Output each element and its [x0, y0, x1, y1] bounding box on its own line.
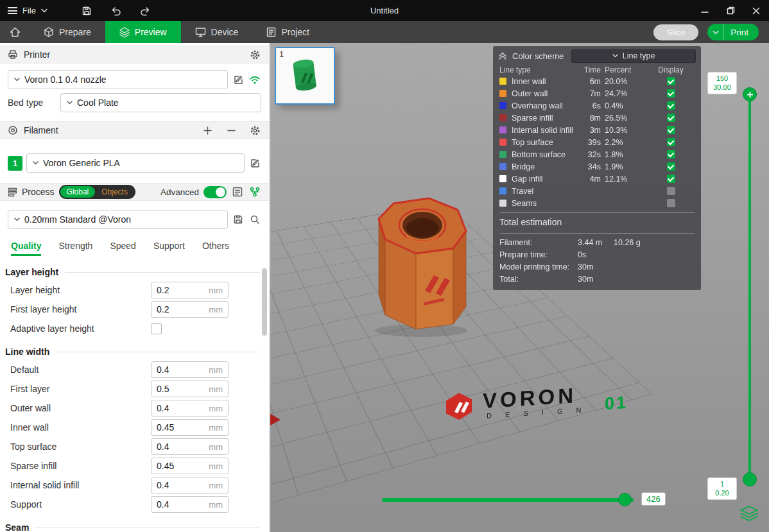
- color-scheme-select[interactable]: Line type: [571, 49, 696, 63]
- bed-type-select[interactable]: Cool Plate: [60, 93, 261, 112]
- tab-preview[interactable]: Preview: [105, 21, 181, 43]
- process-tab-support[interactable]: Support: [153, 241, 185, 256]
- tab-project[interactable]: Project: [252, 21, 324, 43]
- display-checkbox[interactable]: [667, 114, 675, 122]
- scope-global[interactable]: Global: [60, 186, 96, 198]
- line-width-first-layer-input[interactable]: [157, 384, 203, 394]
- process-tab-quality[interactable]: Quality: [11, 241, 41, 256]
- divider: [499, 233, 695, 234]
- line-width-outer-wall-input[interactable]: [157, 403, 203, 413]
- sliced-model[interactable]: [371, 196, 477, 338]
- line-type-time: 32s: [576, 150, 601, 159]
- line-type-time: 8m: [576, 114, 601, 123]
- parameter-tree-button[interactable]: [248, 185, 261, 198]
- line-type-label: Inner wall: [512, 77, 546, 86]
- layer-slider-top-handle[interactable]: [743, 87, 757, 101]
- layer-slider-track[interactable]: [748, 96, 751, 480]
- edit-printer-button[interactable]: [232, 73, 245, 86]
- display-checkbox[interactable]: [667, 187, 675, 195]
- step-slider-handle[interactable]: [618, 493, 632, 506]
- display-checkbox[interactable]: [667, 199, 675, 207]
- file-menu-button[interactable]: File: [0, 0, 55, 21]
- layer-slider-bottom-handle[interactable]: [743, 472, 757, 486]
- filament-settings-button[interactable]: [248, 124, 261, 137]
- process-preset-select[interactable]: 0.20mm Standard @Voron: [8, 210, 228, 229]
- param-input-box: mm: [151, 458, 229, 474]
- line-type-label: Travel: [512, 187, 533, 196]
- home-button[interactable]: [0, 21, 30, 43]
- parameter-list-button[interactable]: [231, 185, 244, 198]
- search-preset-button[interactable]: [248, 213, 261, 226]
- redo-button[interactable]: [137, 3, 154, 19]
- save-preset-button[interactable]: [232, 213, 245, 226]
- bed-type-row: Bed type Cool Plate: [8, 93, 261, 112]
- thumbnail-model-icon: [276, 48, 334, 102]
- param-unit: mm: [209, 384, 223, 394]
- display-checkbox[interactable]: [667, 162, 675, 171]
- tab-prepare[interactable]: Prepare: [30, 21, 105, 43]
- layer-height-input[interactable]: [157, 285, 203, 295]
- printer-preset-select[interactable]: Voron 0.1 0.4 nozzle: [8, 70, 228, 89]
- display-checkbox[interactable]: [667, 150, 675, 159]
- line-width-inner-wall-input[interactable]: [157, 422, 203, 433]
- line-width-sparse-infill-input[interactable]: [157, 461, 203, 471]
- add-filament-button[interactable]: [201, 124, 214, 137]
- param-row: Internal solid infill mm: [0, 476, 269, 495]
- line-type-label: Top surface: [512, 138, 553, 147]
- display-checkbox[interactable]: [667, 175, 675, 183]
- filament-preset-select[interactable]: Voron Generic PLA: [26, 153, 245, 173]
- scope-objects[interactable]: Objects: [95, 186, 134, 198]
- line-width-support-input[interactable]: [157, 499, 203, 510]
- plate-thumbnail[interactable]: 1: [275, 47, 335, 105]
- process-tab-speed[interactable]: Speed: [110, 241, 135, 256]
- first-layer-height-input[interactable]: [157, 304, 203, 314]
- display-checkbox[interactable]: [667, 138, 675, 146]
- sidebar-scrollbar[interactable]: [262, 268, 267, 336]
- slice-button[interactable]: Slice: [653, 24, 698, 40]
- collapse-icon[interactable]: [498, 51, 507, 60]
- line-type-label: Bottom surface: [512, 150, 566, 159]
- layers-view-button[interactable]: [739, 506, 759, 522]
- step-slider-track[interactable]: [382, 498, 634, 502]
- process-scope-toggle[interactable]: Global Objects: [59, 185, 135, 199]
- filament-slot-badge[interactable]: 1: [8, 156, 22, 171]
- line-width-default-input[interactable]: [157, 365, 203, 375]
- tab-device[interactable]: Device: [181, 21, 253, 43]
- divider: [499, 212, 695, 213]
- display-checkbox[interactable]: [667, 101, 675, 110]
- preview-viewport[interactable]: VORON D E S I G N 01 1 Color sch: [270, 43, 769, 532]
- advanced-toggle[interactable]: [203, 186, 227, 198]
- main-tabbar: Prepare Preview Device Project Slice Pri…: [0, 21, 769, 43]
- adaptive-layer-height-checkbox[interactable]: [151, 323, 162, 334]
- param-label: Top surface: [10, 442, 151, 452]
- printer-connection-button[interactable]: [248, 73, 261, 86]
- param-unit: mm: [209, 305, 223, 314]
- chevron-down-icon: [612, 54, 618, 58]
- line-type-time: 4m: [576, 175, 601, 184]
- display-checkbox[interactable]: [667, 77, 675, 85]
- process-tab-strength[interactable]: Strength: [58, 241, 92, 256]
- stat-value: 30m: [578, 262, 614, 271]
- line-width-top-surface-input[interactable]: [157, 442, 203, 452]
- line-type-legend-panel: Color scheme Line type Line type Time Pe…: [493, 46, 701, 290]
- line-width-internal-solid-input[interactable]: [157, 480, 203, 490]
- edit-filament-button[interactable]: [248, 157, 261, 169]
- layer-top-height: 30.00: [708, 83, 736, 92]
- undo-button[interactable]: [108, 3, 125, 19]
- param-input-box: mm: [151, 381, 229, 397]
- printer-settings-button[interactable]: [248, 48, 261, 61]
- param-row: Top surface mm: [0, 437, 269, 456]
- display-checkbox[interactable]: [667, 126, 675, 134]
- process-tab-others[interactable]: Others: [202, 241, 229, 256]
- minimize-button[interactable]: [692, 0, 718, 21]
- print-options-chevron[interactable]: [707, 24, 724, 40]
- project-icon: [266, 27, 276, 37]
- save-button[interactable]: [78, 3, 95, 19]
- print-button[interactable]: Print: [707, 24, 759, 40]
- line-type-chip: [499, 163, 506, 170]
- process-tabs: Quality Strength Speed Support Others: [0, 234, 269, 256]
- remove-filament-button[interactable]: [225, 124, 238, 137]
- close-button[interactable]: [743, 0, 769, 21]
- maximize-button[interactable]: [718, 0, 743, 21]
- display-checkbox[interactable]: [667, 89, 675, 98]
